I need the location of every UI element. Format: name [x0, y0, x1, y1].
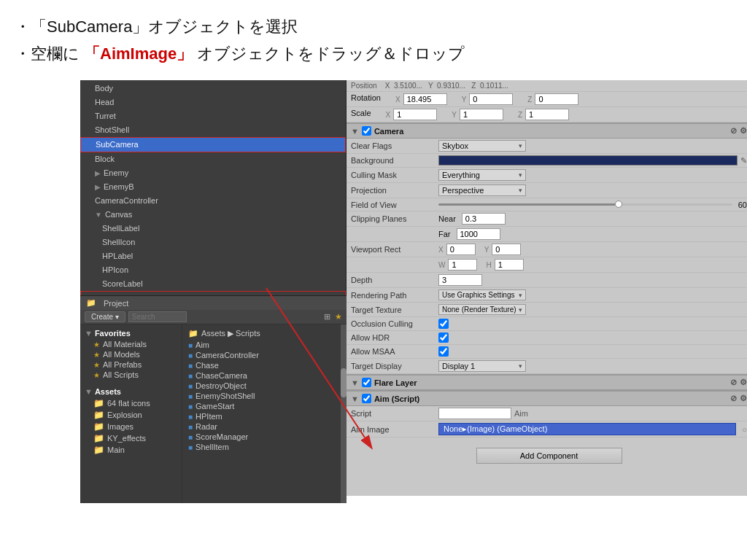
project-title: Project — [104, 299, 128, 308]
search-input[interactable] — [128, 311, 187, 322]
fov-slider[interactable] — [438, 203, 732, 206]
hierarchy-item-shelllabel[interactable]: ShellLabel — [80, 222, 346, 236]
flare-help-icon[interactable]: ⊘ — [730, 378, 737, 387]
scale-y-field[interactable] — [460, 109, 503, 120]
clipping-near-row: Clipping Planes Near — [347, 211, 747, 227]
hierarchy-item-hpicon[interactable]: HPIcon — [80, 263, 346, 277]
aim-script-icon: ■ — [188, 341, 193, 349]
asset-explosion[interactable]: 📁 Explosion — [80, 409, 182, 421]
viewport-y-field[interactable] — [492, 244, 521, 255]
script-score-manager[interactable]: ■ScoreManager — [182, 432, 341, 442]
hierarchy-item-canvas[interactable]: ▼Canvas — [80, 208, 346, 222]
aim-image-field[interactable]: None▸(Image) (GameObject) — [438, 423, 736, 435]
hierarchy-item-body[interactable]: Body — [80, 82, 346, 96]
background-color-field[interactable] — [438, 155, 738, 166]
aim-help-icon[interactable]: ⊘ — [730, 394, 737, 403]
hierarchy-item-block[interactable]: Block — [80, 152, 346, 166]
destroyobject-script-icon: ■ — [188, 382, 193, 390]
hdr-checkbox[interactable] — [438, 332, 449, 343]
chase-script-icon: ■ — [188, 362, 193, 370]
all-models-star-icon: ★ — [93, 351, 100, 359]
hierarchy-item-shellicon[interactable]: ShellIcon — [80, 236, 346, 249]
scripts-scrollbar-thumb — [341, 368, 347, 397]
hierarchy-item-enemyb[interactable]: ▶EnemyB — [80, 180, 346, 194]
flare-gear-icon[interactable]: ⚙ — [740, 378, 747, 387]
scripts-panel: 📁 Assets ▶ Scripts ■Aim ■CameraControlle… — [182, 324, 341, 503]
target-texture-dropdown[interactable]: None (Render Texture) ▾ — [438, 304, 526, 315]
rotation-y-field[interactable] — [469, 93, 513, 105]
viewport-w-field[interactable] — [448, 259, 477, 271]
script-hp-item[interactable]: ■HPItem — [182, 411, 341, 421]
hierarchy-item-subcamera[interactable]: SubCamera — [80, 137, 346, 152]
script-field[interactable] — [438, 408, 511, 419]
camera-gear-icon[interactable]: ⚙ — [740, 126, 747, 136]
hierarchy-item-head[interactable]: Head — [80, 96, 346, 109]
clipping-label: Clipping Planes — [351, 214, 438, 223]
script-shell-item[interactable]: ■ShellItem — [182, 442, 341, 452]
clear-flags-dropdown[interactable]: Skybox ▾ — [438, 140, 526, 152]
hierarchy-item-enemy[interactable]: ▶Enemy — [80, 166, 346, 180]
project-panel: 📁 Project Create ▾ ⊞ ★ ▼ Favorites — [80, 295, 347, 503]
projection-dropdown[interactable]: Perspective ▾ — [438, 184, 526, 196]
rotation-z-field[interactable] — [535, 93, 578, 105]
script-chase-camera[interactable]: ■ChaseCamera — [182, 370, 341, 381]
occlusion-row: Occlusion Culling — [347, 317, 747, 331]
asset-64-flat-icons[interactable]: 📁 64 flat icons — [80, 397, 182, 409]
target-display-label: Target Display — [351, 362, 438, 370]
asset-main[interactable]: 📁 Main — [80, 444, 182, 456]
script-radar[interactable]: ■Radar — [182, 421, 341, 432]
far-field[interactable] — [457, 228, 500, 240]
fav-item-all-prefabs[interactable]: ★ All Prefabs — [80, 359, 182, 370]
script-enemy-shot-shell[interactable]: ■EnemyShotShell — [182, 391, 341, 401]
explosion-folder-icon: 📁 — [93, 410, 104, 420]
rendering-path-dropdown[interactable]: Use Graphics Settings ▾ — [438, 289, 526, 300]
near-field[interactable] — [462, 213, 506, 225]
script-destroy-object[interactable]: ■DestroyObject — [182, 381, 341, 391]
aim-enabled-checkbox[interactable] — [362, 394, 371, 403]
header-section: ・「SubCamera」オブジェクトを選択 ・空欄に 「AimImage」 オブ… — [0, 0, 747, 75]
fav-item-all-scripts[interactable]: ★ All Scripts — [80, 370, 182, 380]
inspector-panel: Position X 3.5100... Y 0.9310... Z 0.101… — [347, 80, 747, 496]
viewport-h-field[interactable] — [495, 259, 524, 271]
hierarchy-item-turret[interactable]: Turret — [80, 109, 346, 123]
scripts-scrollbar[interactable] — [341, 324, 347, 503]
fav-item-all-models[interactable]: ★ All Models — [80, 349, 182, 359]
hierarchy-item-hplabel[interactable]: HPLabel — [80, 249, 346, 263]
rotation-x-field[interactable] — [403, 93, 447, 105]
scale-x-field[interactable] — [393, 109, 437, 120]
flare-enabled-checkbox[interactable] — [362, 378, 371, 387]
viewport-x-field[interactable] — [446, 244, 476, 255]
aim-gear-icon[interactable]: ⚙ — [740, 394, 747, 403]
msaa-checkbox[interactable] — [438, 346, 449, 357]
script-game-start[interactable]: ■GameStart — [182, 401, 341, 411]
lock-icon[interactable]: ⊞ — [324, 312, 330, 322]
target-display-dropdown[interactable]: Display 1 ▾ — [438, 360, 526, 372]
star-icon[interactable]: ★ — [335, 312, 342, 322]
depth-field[interactable] — [438, 274, 482, 286]
script-chase[interactable]: ■Chase — [182, 360, 341, 370]
fov-value: 60 — [738, 201, 747, 209]
aim-image-row: Aim Image None▸(Image) (GameObject) ○ — [347, 421, 747, 438]
create-button[interactable]: Create ▾ — [85, 311, 125, 322]
occlusion-checkbox[interactable] — [438, 319, 449, 329]
fav-item-all-materials[interactable]: ★ All Materials — [80, 339, 182, 349]
asset-images[interactable]: 📁 Images — [80, 421, 182, 432]
camera-help-icon[interactable]: ⊘ — [730, 126, 737, 136]
hierarchy-item-scorelabel[interactable]: ScoreLabel — [80, 277, 346, 291]
occlusion-label: Occlusion Culling — [351, 319, 438, 328]
scale-z-field[interactable] — [525, 109, 569, 120]
flare-arrow-icon: ▼ — [351, 378, 359, 387]
aim-arrow-icon: ▼ — [351, 394, 359, 403]
depth-row: Depth — [347, 273, 747, 288]
script-camera-controller[interactable]: ■CameraController — [182, 350, 341, 360]
asset-ky-effects[interactable]: 📁 KY_effects — [80, 432, 182, 444]
hierarchy-item-shotshell[interactable]: ShotShell — [80, 123, 346, 137]
background-edit-icon[interactable]: ✎ — [740, 156, 747, 166]
viewport-x-row: Viewport Rect X Y — [347, 242, 747, 257]
hierarchy-item-cameracontroller[interactable]: CameraController — [80, 194, 346, 208]
script-aim[interactable]: ■Aim — [182, 340, 341, 350]
add-component-button[interactable]: Add Component — [476, 448, 622, 464]
camera-enabled-checkbox[interactable] — [362, 126, 371, 136]
hierarchy-list: Body Head Turret ShotShell SubCamera Blo… — [80, 80, 346, 295]
culling-mask-dropdown[interactable]: Everything ▾ — [438, 169, 526, 181]
